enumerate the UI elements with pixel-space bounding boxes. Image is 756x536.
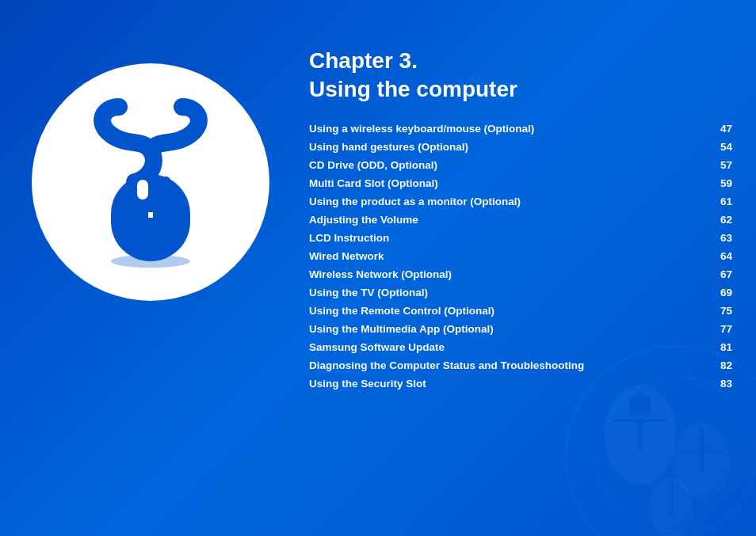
toc-row: Diagnosing the Computer Status and Troub… (309, 356, 732, 374)
page: Chapter 3. Using the computer Using a wi… (0, 0, 756, 536)
toc-item-title: CD Drive (ODD, Optional) (309, 159, 708, 171)
toc-item-page: 64 (708, 250, 732, 262)
toc-item-page: 67 (708, 268, 732, 280)
toc-row: Multi Card Slot (Optional)59 (309, 174, 732, 192)
toc-item-page: 61 (708, 196, 732, 207)
toc-row: Using the TV (Optional)69 (309, 283, 732, 302)
toc-item-title: Samsung Software Update (309, 341, 708, 353)
chapter-title-line1: Chapter 3. (309, 48, 732, 74)
toc-item-page: 57 (708, 159, 732, 171)
toc-row: Using hand gestures (Optional)54 (309, 138, 732, 156)
toc-item-title: Using the Multimedia App (Optional) (309, 323, 708, 335)
toc-row: Using a wireless keyboard/mouse (Optiona… (309, 120, 732, 138)
toc-item-title: Multi Card Slot (Optional) (309, 177, 708, 189)
toc-item-title: Using the product as a monitor (Optional… (309, 196, 708, 207)
toc-item-page: 69 (708, 287, 732, 298)
table-of-contents: Using a wireless keyboard/mouse (Optiona… (309, 120, 732, 393)
toc-item-title: Using the Security Slot (309, 378, 708, 390)
toc-item-page: 77 (708, 323, 732, 335)
toc-row: Samsung Software Update81 (309, 338, 732, 356)
toc-row: CD Drive (ODD, Optional)57 (309, 156, 732, 174)
toc-item-title: Diagnosing the Computer Status and Troub… (309, 359, 708, 371)
svg-rect-5 (630, 396, 651, 417)
svg-point-15 (111, 255, 190, 268)
chapter-title-line2: Using the computer (309, 76, 732, 103)
toc-row: Using the product as a monitor (Optional… (309, 192, 732, 211)
toc-item-page: 62 (708, 214, 732, 226)
mouse-icon (71, 91, 230, 273)
toc-item-page: 81 (708, 341, 732, 353)
svg-rect-13 (131, 177, 170, 212)
toc-item-title: Using hand gestures (Optional) (309, 141, 708, 153)
toc-item-title: Adjusting the Volume (309, 214, 708, 226)
toc-item-page: 82 (708, 359, 732, 371)
toc-row: Using the Remote Control (Optional)75 (309, 302, 732, 320)
toc-row: LCD Instruction63 (309, 229, 732, 247)
toc-item-page: 47 (708, 123, 732, 135)
mouse-circle (32, 63, 269, 301)
toc-item-title: Using the TV (Optional) (309, 287, 708, 298)
toc-row: Adjusting the Volume62 (309, 211, 732, 229)
toc-item-page: 59 (708, 177, 732, 189)
toc-item-page: 83 (708, 378, 732, 390)
mouse-icon-area (32, 63, 269, 301)
toc-row: Using the Security Slot83 (309, 374, 732, 393)
toc-item-title: Wired Network (309, 250, 708, 262)
svg-rect-14 (137, 180, 148, 200)
toc-row: Using the Multimedia App (Optional)77 (309, 320, 732, 338)
toc-row: Wired Network64 (309, 247, 732, 265)
chapter-content: Chapter 3. Using the computer Using a wi… (309, 48, 732, 393)
toc-item-title: Using a wireless keyboard/mouse (Optiona… (309, 123, 708, 135)
toc-item-page: 75 (708, 305, 732, 317)
toc-item-title: Wireless Network (Optional) (309, 268, 708, 280)
toc-item-page: 54 (708, 141, 732, 153)
toc-item-title: LCD Instruction (309, 232, 708, 244)
toc-row: Wireless Network (Optional)67 (309, 265, 732, 283)
toc-item-page: 63 (708, 232, 732, 244)
toc-item-title: Using the Remote Control (Optional) (309, 305, 708, 317)
